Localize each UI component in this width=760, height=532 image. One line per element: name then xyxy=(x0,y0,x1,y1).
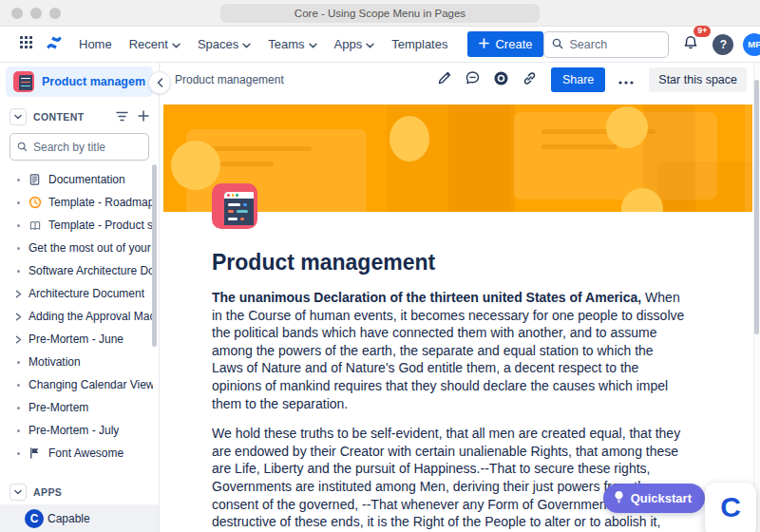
page-emoji-icon xyxy=(28,446,43,460)
app-switcher-button[interactable] xyxy=(13,32,38,57)
search-icon xyxy=(17,139,28,156)
sidebar-page-item[interactable]: Pre-Mortem - June xyxy=(0,328,159,351)
sidebar-page-item[interactable]: Motivation xyxy=(0,351,159,373)
main-scrollbar[interactable] xyxy=(754,80,759,334)
help-button[interactable]: ? xyxy=(712,34,733,55)
confluence-logo[interactable] xyxy=(42,32,66,57)
nav-item[interactable]: Teams xyxy=(259,31,325,57)
tree-marker[interactable] xyxy=(13,384,23,387)
sidebar-app-capable[interactable]: C Capable xyxy=(0,504,159,532)
app-item-label: Capable xyxy=(48,512,90,525)
capable-widget-button[interactable]: C xyxy=(705,483,756,532)
ellipsis-icon xyxy=(618,71,634,88)
copy-link-button[interactable] xyxy=(519,68,542,91)
tree-marker[interactable] xyxy=(13,290,23,298)
comment-button[interactable] xyxy=(462,68,484,91)
nav-item[interactable]: Apps xyxy=(326,31,384,57)
capable-logo-icon: C xyxy=(25,509,44,528)
nav-item-label: Spaces xyxy=(198,37,238,51)
space-header[interactable]: Product management xyxy=(6,66,153,97)
page-title-label: Get the most out of your tea... xyxy=(28,241,153,255)
capable-widget-icon: C xyxy=(720,493,741,522)
tree-marker[interactable] xyxy=(13,201,23,204)
apps-collapse-toggle[interactable] xyxy=(10,484,27,501)
tree-marker[interactable] xyxy=(13,361,23,364)
nav-item[interactable]: Recent xyxy=(121,31,189,57)
search-input[interactable] xyxy=(569,38,660,51)
page-title-label: Pre-Mortem - June xyxy=(28,332,124,346)
page-title-label: Pre-Mortem - July xyxy=(28,424,119,437)
tree-marker[interactable] xyxy=(13,429,23,432)
sidebar-search[interactable] xyxy=(10,133,149,161)
breadcrumb[interactable]: Product management xyxy=(175,73,284,86)
nav-item[interactable]: Home xyxy=(70,31,121,57)
sidebar-page-item[interactable]: Architecture Document xyxy=(0,282,159,305)
star-space-button[interactable]: Star this space xyxy=(649,67,747,92)
sidebar-page-item[interactable]: Template - Roadmap xyxy=(0,191,159,214)
minimize-window-button[interactable] xyxy=(30,8,42,19)
chevron-down-icon xyxy=(309,37,317,51)
page-emoji-icon xyxy=(28,219,43,232)
chevron-down-icon xyxy=(172,37,180,51)
bell-icon xyxy=(683,35,698,54)
add-page-icon[interactable] xyxy=(138,108,149,125)
page-tree: Documentation Template - Roadmap Templat… xyxy=(0,168,159,465)
collapse-sidebar-button[interactable] xyxy=(148,71,171,94)
paragraph-1-lead: The unanimous Declaration of the thirtee… xyxy=(212,290,641,305)
sidebar-page-item[interactable]: Adding the Approval Macro xyxy=(0,305,159,328)
tree-marker[interactable] xyxy=(13,335,23,344)
space-name: Product management xyxy=(42,75,145,88)
tree-marker[interactable] xyxy=(13,313,23,321)
tree-marker[interactable] xyxy=(13,247,23,250)
sidebar-page-item[interactable]: Software Architecture Docu... xyxy=(0,259,159,282)
sidebar-search-input[interactable] xyxy=(33,141,142,154)
create-button[interactable]: Create xyxy=(467,31,543,57)
tree-marker[interactable] xyxy=(13,452,23,455)
notifications-button[interactable]: 9+ xyxy=(678,32,703,57)
nav-item[interactable]: Templates xyxy=(383,31,456,57)
sidebar-page-item[interactable]: Font Awesome xyxy=(0,442,159,465)
paragraph-1-text: When in the Course of human events, it b… xyxy=(212,290,684,411)
tree-marker[interactable] xyxy=(13,270,23,273)
content-section-header: CONTENT xyxy=(0,101,159,131)
tree-marker[interactable] xyxy=(13,224,23,227)
tree-marker[interactable] xyxy=(13,407,23,409)
sidebar-page-item[interactable]: Template - Product stra... xyxy=(0,214,159,237)
page-title-label: Adding the Approval Macro xyxy=(28,310,153,323)
page-title-label: Architecture Document xyxy=(28,287,144,300)
comment-icon xyxy=(465,70,481,89)
filter-icon[interactable] xyxy=(116,108,128,125)
sidebar-page-item[interactable]: Pre-Mortem - July xyxy=(0,419,159,442)
content-section-label: CONTENT xyxy=(33,111,85,123)
watch-button[interactable] xyxy=(490,68,513,91)
confluence-icon xyxy=(46,35,63,54)
sidebar-page-item[interactable]: Documentation xyxy=(0,168,159,191)
page-title-label: Pre-Mortem xyxy=(28,401,88,414)
nav-item-label: Templates xyxy=(391,37,447,51)
page-emoji-icon xyxy=(28,173,43,186)
page-title-label: Motivation xyxy=(28,355,81,369)
page-title-label: Font Awesome xyxy=(48,446,124,460)
global-search[interactable] xyxy=(543,31,669,58)
zoom-window-button[interactable] xyxy=(49,8,61,19)
sidebar: Product management CONTENT xyxy=(0,63,160,532)
quickstart-button[interactable]: Quickstart xyxy=(603,484,705,513)
sidebar-page-item[interactable]: Changing Calendar View O... xyxy=(0,373,159,396)
nav-item[interactable]: Spaces xyxy=(189,31,259,57)
page-title: Product management xyxy=(212,250,760,276)
user-avatar[interactable]: MP xyxy=(743,33,760,56)
share-button[interactable]: Share xyxy=(551,67,605,92)
window-controls[interactable] xyxy=(11,8,61,19)
plus-icon xyxy=(479,37,489,51)
tree-marker[interactable] xyxy=(13,179,23,181)
sidebar-page-item[interactable]: Pre-Mortem xyxy=(0,396,159,419)
edit-button[interactable] xyxy=(433,68,456,91)
page-emoji-icon xyxy=(28,196,43,209)
chevron-down-icon xyxy=(366,37,374,51)
content-collapse-toggle[interactable] xyxy=(10,108,27,125)
more-options-button[interactable] xyxy=(615,68,637,91)
top-navigation: Home Recent Spaces xyxy=(0,27,760,63)
close-window-button[interactable] xyxy=(11,8,23,19)
sidebar-scrollbar[interactable] xyxy=(152,164,157,347)
sidebar-page-item[interactable]: Get the most out of your tea... xyxy=(0,237,159,259)
